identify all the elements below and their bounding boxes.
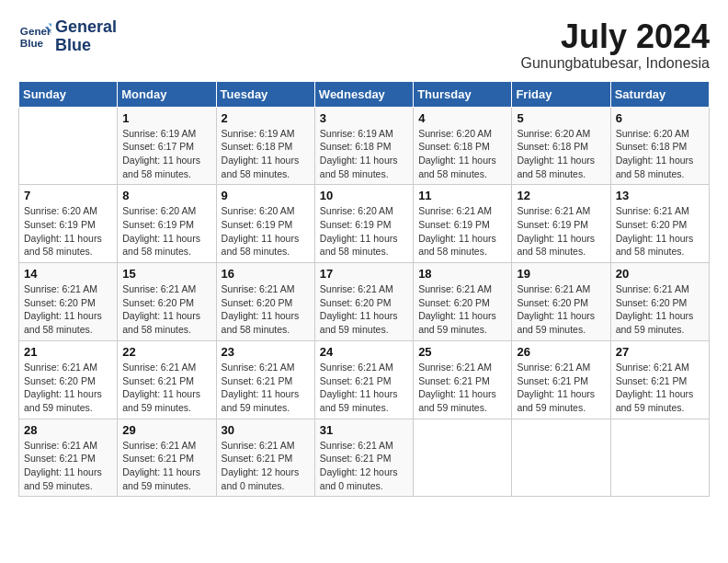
day-detail: Sunrise: 6:20 AMSunset: 6:19 PMDaylight:… — [320, 204, 408, 259]
day-number: 30 — [222, 423, 310, 437]
calendar-cell: 15Sunrise: 6:21 AMSunset: 6:20 PMDayligh… — [118, 263, 216, 341]
calendar-cell: 14Sunrise: 6:21 AMSunset: 6:20 PMDayligh… — [19, 263, 118, 341]
day-number: 12 — [517, 189, 605, 202]
weekday-header-wednesday: Wednesday — [314, 81, 413, 107]
day-number: 4 — [418, 111, 506, 125]
calendar-cell: 16Sunrise: 6:21 AMSunset: 6:20 PMDayligh… — [216, 263, 314, 341]
week-row-5: 28Sunrise: 6:21 AMSunset: 6:21 PMDayligh… — [19, 419, 710, 497]
day-detail: Sunrise: 6:20 AMSunset: 6:19 PMDaylight:… — [24, 204, 112, 259]
day-number: 7 — [24, 189, 112, 202]
calendar-cell: 3Sunrise: 6:19 AMSunset: 6:18 PMDaylight… — [314, 107, 413, 185]
day-number: 16 — [222, 267, 310, 281]
calendar-cell: 30Sunrise: 6:21 AMSunset: 6:21 PMDayligh… — [216, 419, 314, 497]
day-number: 23 — [222, 345, 310, 359]
svg-text:Blue: Blue — [20, 37, 44, 49]
day-detail: Sunrise: 6:21 AMSunset: 6:20 PMDaylight:… — [616, 204, 704, 259]
calendar-cell: 23Sunrise: 6:21 AMSunset: 6:21 PMDayligh… — [216, 340, 314, 419]
day-detail: Sunrise: 6:21 AMSunset: 6:21 PMDaylight:… — [418, 361, 506, 415]
location-subtitle: Gunungbatubesar, Indonesia — [521, 55, 711, 72]
day-number: 25 — [418, 345, 506, 359]
calendar-cell: 9Sunrise: 6:20 AMSunset: 6:19 PMDaylight… — [216, 185, 314, 263]
calendar-cell: 8Sunrise: 6:20 AMSunset: 6:19 PMDaylight… — [118, 185, 216, 263]
day-detail: Sunrise: 6:20 AMSunset: 6:18 PMDaylight:… — [517, 127, 605, 181]
calendar-cell: 19Sunrise: 6:21 AMSunset: 6:20 PMDayligh… — [512, 263, 610, 341]
calendar-cell: 7Sunrise: 6:20 AMSunset: 6:19 PMDaylight… — [19, 185, 118, 263]
day-detail: Sunrise: 6:21 AMSunset: 6:19 PMDaylight:… — [418, 204, 506, 259]
day-number: 28 — [24, 423, 112, 437]
weekday-header-saturday: Saturday — [610, 81, 709, 107]
calendar-cell: 26Sunrise: 6:21 AMSunset: 6:21 PMDayligh… — [512, 340, 610, 419]
weekday-header-monday: Monday — [118, 81, 216, 107]
weekday-header-row: SundayMondayTuesdayWednesdayThursdayFrid… — [19, 81, 710, 107]
day-number: 24 — [320, 345, 408, 359]
day-detail: Sunrise: 6:21 AMSunset: 6:21 PMDaylight:… — [320, 439, 408, 493]
calendar-cell: 20Sunrise: 6:21 AMSunset: 6:20 PMDayligh… — [610, 263, 709, 341]
day-detail: Sunrise: 6:19 AMSunset: 6:17 PMDaylight:… — [122, 127, 210, 181]
svg-text:General: General — [20, 25, 51, 37]
day-number: 13 — [616, 189, 704, 202]
weekday-header-friday: Friday — [512, 81, 610, 107]
day-detail: Sunrise: 6:21 AMSunset: 6:20 PMDaylight:… — [418, 282, 506, 337]
calendar-cell — [610, 419, 709, 497]
day-number: 3 — [320, 111, 408, 125]
logo-text-line1: General — [55, 18, 117, 37]
day-number: 19 — [517, 267, 605, 281]
day-number: 22 — [122, 345, 210, 359]
calendar-cell: 27Sunrise: 6:21 AMSunset: 6:21 PMDayligh… — [610, 340, 709, 419]
calendar-cell: 6Sunrise: 6:20 AMSunset: 6:18 PMDaylight… — [610, 107, 709, 185]
day-detail: Sunrise: 6:21 AMSunset: 6:19 PMDaylight:… — [517, 204, 605, 259]
weekday-header-sunday: Sunday — [19, 81, 118, 107]
day-detail: Sunrise: 6:21 AMSunset: 6:20 PMDaylight:… — [222, 282, 310, 337]
calendar-cell: 21Sunrise: 6:21 AMSunset: 6:20 PMDayligh… — [19, 340, 118, 419]
calendar-table: SundayMondayTuesdayWednesdayThursdayFrid… — [18, 81, 710, 498]
day-number: 1 — [122, 111, 210, 125]
day-number: 2 — [222, 111, 310, 125]
general-blue-logo-icon: General Blue — [18, 20, 51, 53]
day-number: 10 — [320, 189, 408, 202]
day-number: 27 — [616, 345, 704, 359]
weekday-header-thursday: Thursday — [414, 81, 512, 107]
day-detail: Sunrise: 6:21 AMSunset: 6:20 PMDaylight:… — [320, 282, 408, 337]
day-number: 5 — [517, 111, 605, 125]
day-detail: Sunrise: 6:21 AMSunset: 6:21 PMDaylight:… — [517, 361, 605, 415]
day-detail: Sunrise: 6:21 AMSunset: 6:20 PMDaylight:… — [616, 282, 704, 337]
calendar-cell: 22Sunrise: 6:21 AMSunset: 6:21 PMDayligh… — [118, 340, 216, 419]
day-number: 17 — [320, 267, 408, 281]
calendar-cell: 28Sunrise: 6:21 AMSunset: 6:21 PMDayligh… — [19, 419, 118, 497]
day-number: 29 — [122, 423, 210, 437]
day-detail: Sunrise: 6:21 AMSunset: 6:20 PMDaylight:… — [24, 361, 112, 415]
calendar-cell — [414, 419, 512, 497]
day-detail: Sunrise: 6:19 AMSunset: 6:18 PMDaylight:… — [222, 127, 310, 181]
week-row-2: 7Sunrise: 6:20 AMSunset: 6:19 PMDaylight… — [19, 185, 710, 263]
day-detail: Sunrise: 6:21 AMSunset: 6:21 PMDaylight:… — [320, 361, 408, 415]
day-number: 6 — [616, 111, 704, 125]
logo-text-line2: Blue — [55, 37, 117, 55]
calendar-cell: 29Sunrise: 6:21 AMSunset: 6:21 PMDayligh… — [118, 419, 216, 497]
day-detail: Sunrise: 6:19 AMSunset: 6:18 PMDaylight:… — [320, 127, 408, 181]
day-detail: Sunrise: 6:21 AMSunset: 6:21 PMDaylight:… — [222, 439, 310, 493]
page-header: General Blue General Blue July 2024 Gunu… — [18, 18, 710, 72]
day-number: 11 — [418, 189, 506, 202]
month-year-title: July 2024 — [521, 18, 711, 55]
week-row-1: 1Sunrise: 6:19 AMSunset: 6:17 PMDaylight… — [19, 107, 710, 185]
day-detail: Sunrise: 6:21 AMSunset: 6:21 PMDaylight:… — [222, 361, 310, 415]
calendar-cell: 5Sunrise: 6:20 AMSunset: 6:18 PMDaylight… — [512, 107, 610, 185]
calendar-cell: 1Sunrise: 6:19 AMSunset: 6:17 PMDaylight… — [118, 107, 216, 185]
day-detail: Sunrise: 6:21 AMSunset: 6:21 PMDaylight:… — [24, 439, 112, 493]
calendar-cell: 31Sunrise: 6:21 AMSunset: 6:21 PMDayligh… — [314, 419, 413, 497]
calendar-cell: 12Sunrise: 6:21 AMSunset: 6:19 PMDayligh… — [512, 185, 610, 263]
day-detail: Sunrise: 6:20 AMSunset: 6:19 PMDaylight:… — [122, 204, 210, 259]
calendar-cell — [19, 107, 118, 185]
calendar-cell: 11Sunrise: 6:21 AMSunset: 6:19 PMDayligh… — [414, 185, 512, 263]
day-number: 21 — [24, 345, 112, 359]
calendar-cell: 2Sunrise: 6:19 AMSunset: 6:18 PMDaylight… — [216, 107, 314, 185]
day-number: 18 — [418, 267, 506, 281]
day-number: 8 — [122, 189, 210, 202]
calendar-cell: 24Sunrise: 6:21 AMSunset: 6:21 PMDayligh… — [314, 340, 413, 419]
week-row-4: 21Sunrise: 6:21 AMSunset: 6:20 PMDayligh… — [19, 340, 710, 419]
day-number: 15 — [122, 267, 210, 281]
weekday-header-tuesday: Tuesday — [216, 81, 314, 107]
calendar-cell: 18Sunrise: 6:21 AMSunset: 6:20 PMDayligh… — [414, 263, 512, 341]
week-row-3: 14Sunrise: 6:21 AMSunset: 6:20 PMDayligh… — [19, 263, 710, 341]
day-number: 14 — [24, 267, 112, 281]
